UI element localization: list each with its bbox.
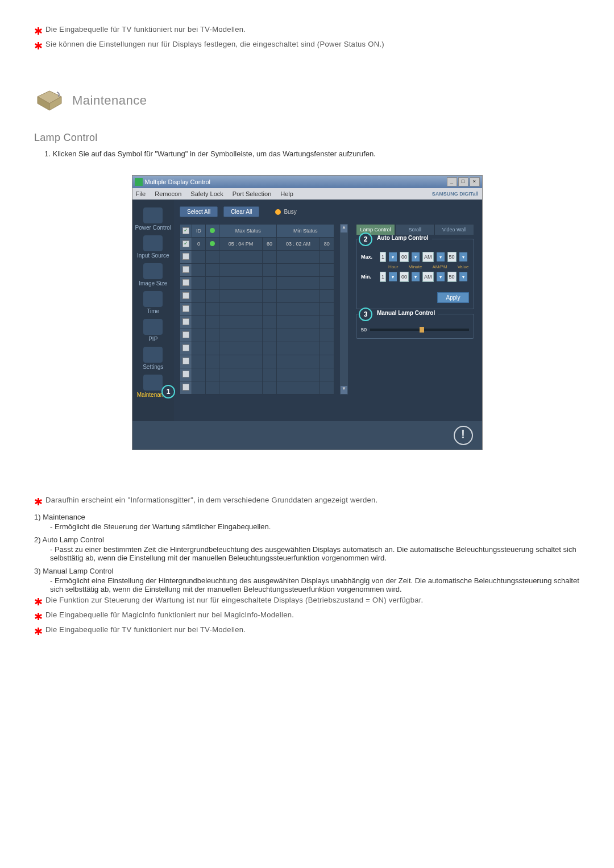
busy-dot-icon [275,209,281,215]
top-buttons: Select All Clear All Busy [180,206,476,217]
table-row [180,277,334,290]
sidebar-item-input-source[interactable]: Input Source [137,235,169,259]
table-row [180,381,334,394]
close-button[interactable]: × [470,177,480,186]
col-id[interactable]: ID [192,225,206,238]
menu-file[interactable]: File [136,190,146,197]
chevron-down-icon[interactable]: ▾ [459,252,467,261]
scroll-down-button[interactable]: ▼ [340,385,348,394]
min-minute-select[interactable]: 00 [400,272,409,282]
note-line: ✱ Die Eingabequelle für TV funktioniert … [34,625,580,638]
cell-min-val: 80 [320,238,334,251]
sidebar-item-power-control[interactable]: Power Control [135,207,171,231]
sidebar-item-label: Power Control [135,225,171,231]
manual-lamp-title: Manual Lamp Control [374,310,438,316]
star-icon: ✱ [34,25,45,38]
input-icon [143,235,163,251]
chevron-down-icon[interactable]: ▾ [389,272,397,281]
col-status-dot[interactable] [206,225,219,238]
tab-video-wall[interactable]: Video Wall [434,224,474,235]
table-row [180,368,334,381]
desc-item-3: 3) Manual Lamp Control - Ermöglicht eine… [34,567,580,593]
tab-scroll[interactable]: Scroll [395,224,434,235]
callout-3: 3 [359,308,372,321]
desc-item-2: 2) Auto Lamp Control - Passt zu einer be… [34,535,580,562]
chevron-down-icon[interactable]: ▾ [389,252,397,261]
table-row [180,290,334,303]
desc-title: Maintenance [43,513,85,521]
busy-label: Busy [284,209,296,215]
max-value-select[interactable]: 50 [447,252,457,262]
table-row [180,342,334,355]
data-grid: ID Max Status Min Status 0 05 : 04 PM 60… [180,224,334,394]
sidebar-item-label: Input Source [137,252,169,259]
note-text: Die Funktion zur Steuerung der Wartung i… [45,596,580,608]
max-ampm-select[interactable]: AM [422,252,434,262]
min-hour-select[interactable]: 1 [380,272,386,282]
menu-help[interactable]: Help [280,190,293,197]
apply-button[interactable]: Apply [437,292,468,303]
maximize-button[interactable]: □ [458,177,468,186]
menubar: File Remocon Safety Lock Port Selection … [132,188,482,200]
max-minute-select[interactable]: 00 [400,252,409,262]
intro-num: 1. [44,149,51,158]
sub-labels: Hour Minute AM/PM Value [388,264,468,269]
auto-lamp-title: Auto Lamp Control [374,235,432,241]
clear-all-button[interactable]: Clear All [223,206,259,217]
menu-safety-lock[interactable]: Safety Lock [190,190,223,197]
scroll-up-button[interactable]: ▲ [340,224,348,233]
star-icon: ✱ [34,40,45,52]
table-row [180,303,334,316]
intro-text: Klicken Sie auf das Symbol für "Wartung"… [52,149,375,158]
maintenance-icon [143,375,163,391]
warning-icon: ! [454,426,473,445]
menu-port-selection[interactable]: Port Selection [233,190,271,197]
chevron-down-icon[interactable]: ▾ [412,272,420,281]
slider-thumb[interactable] [420,327,424,333]
col-max-status[interactable]: Max Status [219,225,277,238]
main-area: Select All Clear All Busy ID Max Status [174,200,482,421]
min-ampm-select[interactable]: AM [422,272,434,282]
scrollbar[interactable]: ▲ ▼ [340,224,348,394]
status-dot-icon [210,241,215,246]
sidebar-item-image-size[interactable]: Image Size [139,263,167,286]
max-label: Max. [361,254,377,260]
chevron-down-icon[interactable]: ▾ [412,252,420,261]
callout-1: 1 [161,385,175,398]
min-value-select[interactable]: 50 [447,272,457,282]
desc-num: 2) [34,535,41,544]
sub-hour: Hour [388,264,398,269]
col-check[interactable] [180,225,192,238]
sidebar-item-time[interactable]: Time [143,291,163,314]
scroll-track[interactable] [340,233,348,385]
tabs: Lamp Control Scroll Video Wall [356,224,474,235]
min-time-row: Min. 1▾ 00▾ AM▾ 50▾ [361,272,468,282]
content-row: ID Max Status Min Status 0 05 : 04 PM 60… [180,224,476,394]
note-line: ✱ Daraufhin erscheint ein "Informationsg… [34,496,580,508]
pip-icon [143,319,163,335]
sub-value: Value [458,264,469,269]
sidebar-item-pip[interactable]: PIP [143,319,163,342]
menu-remocon[interactable]: Remocon [155,190,181,197]
chevron-down-icon[interactable]: ▾ [437,272,445,281]
sidebar-item-label: Time [147,308,159,314]
max-hour-select[interactable]: 1 [380,252,386,262]
minimize-button[interactable]: _ [447,177,457,186]
col-min-status[interactable]: Min Status [277,225,334,238]
desc-title: Manual Lamp Control [43,567,113,575]
cell-min-time: 03 : 02 AM [277,238,320,251]
sidebar-item-label: PIP [148,336,157,342]
sub-ampm: AM/PM [432,264,447,269]
sidebar-item-settings[interactable]: Settings [143,347,163,370]
note-text: Die Eingabequelle für TV funktioniert nu… [45,25,580,38]
table-row[interactable]: 0 05 : 04 PM 60 03 : 02 AM 80 [180,238,334,251]
window-title: Multiple Display Control [145,178,447,185]
chevron-down-icon[interactable]: ▾ [437,252,445,261]
busy-indicator: Busy [275,209,296,215]
manual-slider[interactable] [370,329,468,331]
row-checkbox[interactable] [182,240,189,247]
select-all-button[interactable]: Select All [180,206,218,217]
chevron-down-icon[interactable]: ▾ [459,272,467,281]
manual-value: 50 [361,327,367,333]
titlebar[interactable]: Multiple Display Control _ □ × [132,176,482,188]
